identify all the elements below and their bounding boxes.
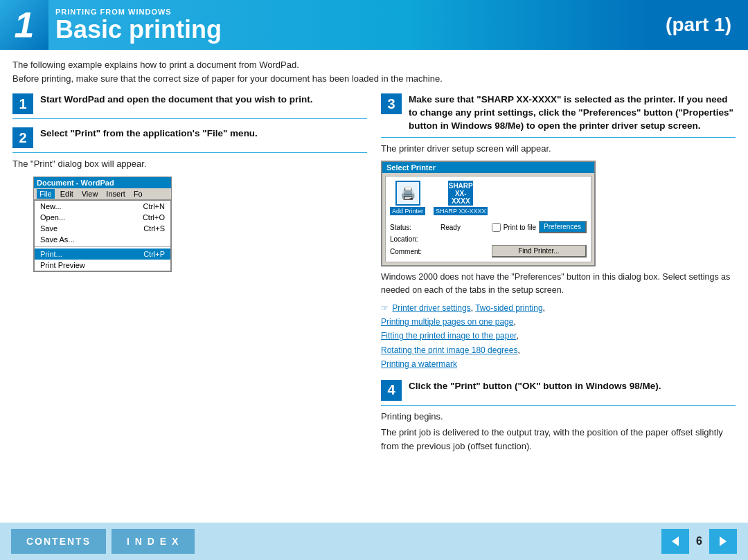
step-3-note: Windows 2000 does not have the "Preferen…: [381, 271, 736, 297]
svg-marker-0: [672, 536, 679, 546]
header-text-block: PRINTING FROM WINDOWS Basic printing: [48, 0, 649, 50]
location-label: Location:: [390, 235, 438, 243]
link-multiple-pages[interactable]: Printing multiple pages on one page: [381, 317, 513, 327]
wp-menu-new[interactable]: New...Ctrl+N: [35, 201, 170, 212]
wp-menubar: File Edit View Insert Fo: [34, 188, 171, 200]
step-3-header: 3 Make sure that "SHARP XX-XXXX" is sele…: [381, 93, 736, 138]
header-title: Basic printing: [55, 17, 649, 42]
link-printer-driver-settings[interactable]: Printer driver settings: [392, 303, 470, 313]
link-rotating-image[interactable]: Rotating the print image 180 degrees: [381, 345, 517, 355]
index-button[interactable]: I N D E X: [112, 529, 195, 554]
step-1-number: 1: [12, 93, 33, 114]
status-value: Ready: [440, 224, 490, 231]
step-2-number: 2: [12, 127, 33, 148]
link-two-sided-printing[interactable]: Two-sided printing: [475, 303, 542, 313]
step-3-body: The printer driver setup screen will app…: [381, 142, 736, 156]
print-to-file-checkbox[interactable]: [492, 223, 501, 232]
wp-menu-saveas[interactable]: Save As...: [35, 234, 170, 245]
step-2-body: The "Print" dialog box will appear.: [12, 157, 367, 171]
wp-titlebar: Document - WordPad: [34, 177, 171, 188]
wp-menu-file[interactable]: File: [37, 189, 55, 199]
header-part: (part 1): [649, 0, 748, 50]
link-fitting-image[interactable]: Fitting the printed image to the paper: [381, 331, 516, 341]
right-column: 3 Make sure that "SHARP XX-XXXX" is sele…: [381, 93, 736, 461]
wp-menu-print[interactable]: Print...Ctrl+P: [35, 249, 170, 260]
intro-line1: The following example explains how to pr…: [12, 60, 299, 70]
find-printer-button[interactable]: Find Printer...: [492, 245, 587, 258]
wp-menu-save[interactable]: SaveCtrl+S: [35, 223, 170, 234]
sharp-printer-icon: SHARPXX-XXXX: [448, 181, 473, 206]
step-4-header: 4 Click the "Print" button ("OK" button …: [381, 380, 736, 406]
step-1-header: 1 Start WordPad and open the document th…: [12, 93, 367, 119]
sharp-printer-label: SHARP XX-XXXX: [434, 207, 488, 215]
links-section: ☞ Printer driver settings, Two-sided pri…: [381, 301, 736, 372]
next-arrow-icon: [717, 535, 729, 548]
status-label: Status:: [390, 224, 438, 231]
add-printer-icon: 🖨️: [395, 181, 420, 206]
step-4-body2: The print job is delivered to the output…: [381, 426, 736, 453]
step-2-header: 2 Select "Print" from the application's …: [12, 127, 367, 153]
step-4-title: Click the "Print" button ("OK" button in…: [409, 380, 661, 393]
wp-menu-open[interactable]: Open...Ctrl+O: [35, 212, 170, 223]
two-column-layout: 1 Start WordPad and open the document th…: [12, 93, 736, 461]
printer-dialog-screenshot: Select Printer 🖨️ Add Printer SHARPXX-XX…: [381, 161, 596, 267]
wp-menu-insert[interactable]: Insert: [103, 189, 128, 199]
step-3-block: 3 Make sure that "SHARP XX-XXXX" is sele…: [381, 93, 736, 372]
add-printer-icon-block: 🖨️ Add Printer: [390, 181, 425, 215]
printer-dialog-body: 🖨️ Add Printer SHARPXX-XXXX SHARP XX-XXX…: [385, 176, 591, 262]
page-footer: CONTENTS I N D E X 6: [0, 523, 748, 560]
ref-icon: ☞: [381, 301, 389, 315]
printer-dialog-titlebar: Select Printer: [382, 162, 594, 173]
step-3-title: Make sure that "SHARP XX-XXXX" is select…: [409, 93, 736, 133]
comment-label: Comment:: [390, 248, 438, 255]
step-1-title: Start WordPad and open the document that…: [40, 93, 313, 107]
step-2-title: Select "Print" from the application's "F…: [40, 127, 258, 141]
print-to-file-label: Print to file: [504, 224, 536, 231]
wp-menu-edit[interactable]: Edit: [57, 189, 76, 199]
wp-file-dropdown: New...Ctrl+N Open...Ctrl+O SaveCtrl+S Sa…: [34, 200, 171, 271]
main-content: The following example explains how to pr…: [0, 50, 748, 468]
page-number: 6: [696, 535, 702, 548]
link-watermark[interactable]: Printing a watermark: [381, 359, 457, 369]
preferences-button[interactable]: Preferences: [539, 221, 587, 233]
intro-line2: Before printing, make sure that the corr…: [12, 73, 443, 84]
wp-menu-printpreview[interactable]: Print Preview: [35, 260, 170, 271]
sharp-printer-icon-block: SHARPXX-XXXX SHARP XX-XXXX: [434, 181, 488, 215]
page-header: 1 PRINTING FROM WINDOWS Basic printing (…: [0, 0, 748, 50]
step-4-block: 4 Click the "Print" button ("OK" button …: [381, 380, 736, 453]
add-printer-label: Add Printer: [390, 207, 425, 215]
contents-button[interactable]: CONTENTS: [11, 529, 106, 554]
footer-navigation: 6: [661, 529, 737, 554]
prev-arrow-icon: [669, 535, 682, 548]
intro-paragraph: The following example explains how to pr…: [12, 58, 736, 85]
svg-marker-1: [720, 536, 727, 546]
wp-menu-view[interactable]: View: [79, 189, 101, 199]
chapter-number: 1: [0, 0, 48, 50]
step-1-block: 1 Start WordPad and open the document th…: [12, 93, 367, 119]
next-page-button[interactable]: [709, 529, 737, 554]
step-3-number: 3: [381, 93, 402, 114]
step-4-number: 4: [381, 380, 402, 401]
left-column: 1 Start WordPad and open the document th…: [12, 93, 367, 461]
wordpad-screenshot: Document - WordPad File Edit View Insert…: [33, 177, 172, 272]
step-2-block: 2 Select "Print" from the application's …: [12, 127, 367, 272]
wp-separator-1: [35, 246, 170, 247]
step-4-body1: Printing begins.: [381, 410, 736, 424]
printer-icons-row: 🖨️ Add Printer SHARPXX-XXXX SHARP XX-XXX…: [390, 181, 587, 215]
wp-menu-fo[interactable]: Fo: [131, 189, 145, 199]
prev-page-button[interactable]: [661, 529, 689, 554]
